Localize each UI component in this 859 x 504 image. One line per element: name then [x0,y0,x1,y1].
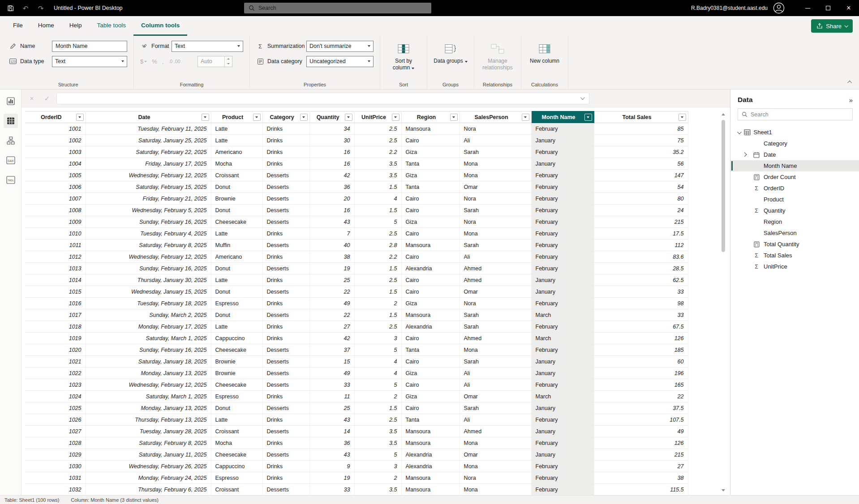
cell-quantity[interactable]: 25 [309,402,354,414]
cell-product[interactable]: Americano [211,251,262,263]
column-name-input[interactable] [52,41,127,52]
cell-quantity[interactable]: 25 [309,274,354,286]
cell-product[interactable]: Espresso [211,472,262,484]
cell-salesperson[interactable]: Nora [460,472,531,484]
cell-salesperson[interactable]: Mona [460,344,531,356]
cell-total-sales[interactable]: 33 [594,286,688,298]
cell-orderid[interactable]: 1024 [25,391,86,402]
cell-salesperson[interactable]: Sarah [460,309,531,321]
cell-unitprice[interactable]: 2.5 [354,123,401,135]
cell-orderid[interactable]: 1031 [25,472,86,484]
cell-date[interactable]: Saturday, February 15, 2025 [86,181,211,193]
menu-tab-table-tools[interactable]: Table tools [90,16,134,36]
cell-date[interactable]: Tuesday, February 18, 2025 [86,298,211,309]
filter-dropdown-icon[interactable] [202,114,209,121]
cell-month-name[interactable]: February [531,239,594,251]
fields-search-box[interactable] [738,108,853,120]
field-item-order-count[interactable]: Order Count [730,171,859,183]
cell-salesperson[interactable]: Sarah [460,402,531,414]
percent-format-icon[interactable]: % [152,58,157,65]
scroll-up-icon[interactable] [722,111,725,117]
cell-month-name[interactable]: February [531,263,594,274]
cell-unitprice[interactable]: 3.5 [354,426,401,437]
cell-quantity[interactable]: 14 [309,426,354,437]
cell-total-sales[interactable]: 98 [594,298,688,309]
cell-quantity[interactable]: 42 [309,170,354,181]
cell-unitprice[interactable]: 2.2 [354,251,401,263]
cell-quantity[interactable]: 20 [309,193,354,205]
cell-total-sales[interactable]: 215 [594,216,688,228]
cell-date[interactable]: Saturday, February 8, 2025 [86,437,211,449]
close-button[interactable]: × [838,0,859,16]
global-search-box[interactable] [244,3,431,13]
cell-date[interactable]: Wednesday, February 26, 2025 [86,461,211,472]
cell-orderid[interactable]: 1009 [25,216,86,228]
table-view-icon[interactable] [4,114,18,128]
cell-salesperson[interactable]: Nora [460,216,531,228]
cell-date[interactable]: Friday, January 17, 2025 [86,158,211,170]
cell-total-sales[interactable]: 17.5 [594,228,688,239]
cell-total-sales[interactable]: 147 [594,170,688,181]
cell-date[interactable]: Tuesday, January 28, 2025 [86,426,211,437]
cell-month-name[interactable]: March [531,333,594,344]
cell-region[interactable]: Giza [401,298,460,309]
expand-hierarchy-chevron-icon[interactable] [743,153,747,157]
global-search-input[interactable] [258,5,427,11]
cell-orderid[interactable]: 1011 [25,239,86,251]
cell-orderid[interactable]: 1006 [25,181,86,193]
cell-quantity[interactable]: 11 [309,391,354,402]
cell-salesperson[interactable]: Nora [460,123,531,135]
signed-in-user-email[interactable]: R.Badry0381@student.aast.edu [691,5,768,11]
cell-orderid[interactable]: 1016 [25,298,86,309]
cell-unitprice[interactable]: 3.5 [354,484,401,495]
cell-category[interactable]: Drinks [262,461,309,472]
cell-orderid[interactable]: 1007 [25,193,86,205]
cell-month-name[interactable]: March [531,309,594,321]
cell-quantity[interactable]: 33 [309,484,354,495]
field-item-region[interactable]: Region [730,216,859,227]
cell-salesperson[interactable]: Ali [460,379,531,391]
cell-product[interactable]: Mocha [211,437,262,449]
cell-region[interactable]: Alexandria [401,263,460,274]
column-header-orderid[interactable]: OrderID [25,111,86,123]
cell-unitprice[interactable]: 1.5 [354,286,401,298]
cell-category[interactable]: Drinks [262,414,309,426]
cell-total-sales[interactable]: 24 [594,205,688,216]
filter-dropdown-icon[interactable] [392,114,399,121]
cell-region[interactable]: Cairo [401,274,460,286]
cell-unitprice[interactable]: 3.5 [354,437,401,449]
cell-region[interactable]: Mansoura [401,123,460,135]
cell-salesperson[interactable]: Mona [460,484,531,495]
column-header-month-name[interactable]: Month Name [531,111,594,123]
cell-month-name[interactable]: January [531,286,594,298]
menu-tab-help[interactable]: Help [62,16,90,36]
cell-category[interactable]: Drinks [262,321,309,333]
cell-month-name[interactable]: January [531,402,594,414]
filter-dropdown-icon[interactable] [679,114,686,121]
vertical-scrollbar[interactable] [720,111,726,493]
cell-unitprice[interactable]: 2.5 [354,321,401,333]
cell-quantity[interactable]: 19 [309,472,354,484]
cell-quantity[interactable]: 49 [309,367,354,379]
column-header-product[interactable]: Product [211,111,262,123]
cell-salesperson[interactable]: Ahmed [460,263,531,274]
cell-date[interactable]: Saturday, March 1, 2025 [86,333,211,344]
cell-quantity[interactable]: 16 [309,146,354,158]
cell-product[interactable]: Cappuccino [211,333,262,344]
table-node-sheet1[interactable]: Sheet1 [730,127,859,138]
cell-orderid[interactable]: 1022 [25,367,86,379]
cell-region[interactable]: Cairo [401,402,460,414]
cell-month-name[interactable]: February [531,437,594,449]
cell-quantity[interactable]: 38 [309,251,354,263]
cell-date[interactable]: Friday, February 21, 2025 [86,193,211,205]
filter-dropdown-icon[interactable] [300,114,308,121]
account-avatar-icon[interactable] [773,2,785,14]
cell-product[interactable]: Brownie [211,367,262,379]
cell-salesperson[interactable]: Ali [460,251,531,263]
cell-category[interactable]: Drinks [262,274,309,286]
cell-category[interactable]: Desserts [262,309,309,321]
cell-salesperson[interactable]: Omar [460,391,531,402]
cell-orderid[interactable]: 1020 [25,344,86,356]
cell-category[interactable]: Drinks [262,158,309,170]
cell-month-name[interactable]: February [531,461,594,472]
